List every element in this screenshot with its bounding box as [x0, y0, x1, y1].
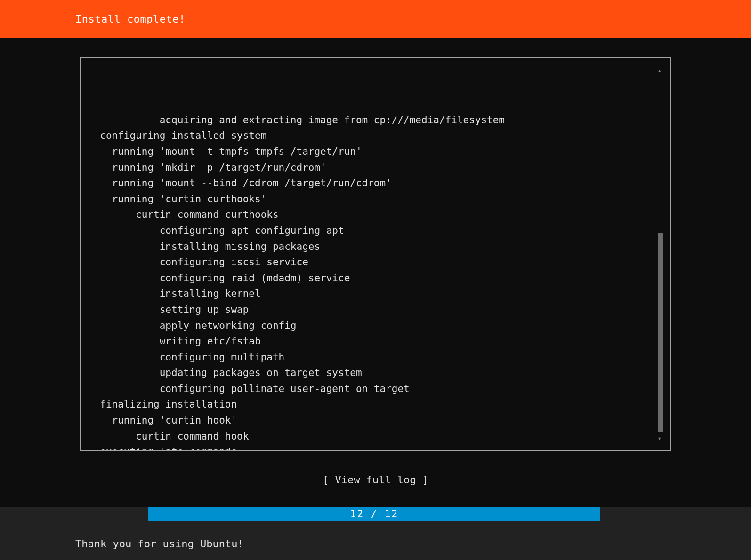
- footer-text: Thank you for using Ubuntu!: [0, 521, 751, 550]
- log-line: setting up swap: [88, 302, 661, 318]
- log-line: configuring apt configuring apt: [88, 223, 661, 239]
- log-line: running 'mkdir -p /target/run/cdrom': [88, 160, 661, 176]
- main-content: ▴ acquiring and extracting image from cp…: [0, 38, 751, 486]
- log-line: running 'curtin hook': [88, 413, 661, 429]
- log-line: curtin command curthooks: [88, 207, 661, 223]
- install-log-box: ▴ acquiring and extracting image from cp…: [80, 57, 671, 451]
- log-line: running 'mount -t tmpfs tmpfs /target/ru…: [88, 144, 661, 160]
- view-full-log-row: [ View full log ]: [80, 474, 671, 486]
- log-line: running 'mount --bind /cdrom /target/run…: [88, 176, 661, 192]
- footer-area: 12 / 12 Thank you for using Ubuntu!: [0, 507, 751, 560]
- log-line: running 'curtin curthooks': [88, 192, 661, 208]
- log-line: configuring multipath: [88, 350, 661, 366]
- log-line: installing missing packages: [88, 239, 661, 255]
- log-line: executing late commands: [88, 444, 661, 451]
- installer-header: Install complete!: [0, 0, 751, 38]
- progress-bar: 12 / 12: [148, 507, 600, 521]
- log-line: installing kernel: [88, 286, 661, 302]
- view-full-log-button[interactable]: [ View full log ]: [323, 474, 428, 486]
- install-log-content: acquiring and extracting image from cp:/…: [88, 112, 661, 451]
- log-line: apply networking config: [88, 318, 661, 334]
- log-line: acquiring and extracting image from cp:/…: [88, 112, 661, 128]
- log-line: configuring pollinate user-agent on targ…: [88, 381, 661, 397]
- log-line: writing etc/fstab: [88, 334, 661, 350]
- log-line: configuring installed system: [88, 128, 661, 144]
- log-line: finalizing installation: [88, 397, 661, 413]
- scroll-up-icon[interactable]: ▴: [658, 65, 662, 75]
- scrollbar-thumb[interactable]: [658, 233, 663, 432]
- scroll-down-icon[interactable]: ▾: [658, 433, 662, 443]
- progress-label: 12 / 12: [350, 508, 399, 520]
- log-line: configuring raid (mdadm) service: [88, 271, 661, 287]
- page-title: Install complete!: [75, 13, 186, 25]
- log-line: updating packages on target system: [88, 365, 661, 381]
- scrollbar-track[interactable]: [658, 77, 663, 432]
- log-line: configuring iscsi service: [88, 255, 661, 271]
- log-line: curtin command hook: [88, 429, 661, 445]
